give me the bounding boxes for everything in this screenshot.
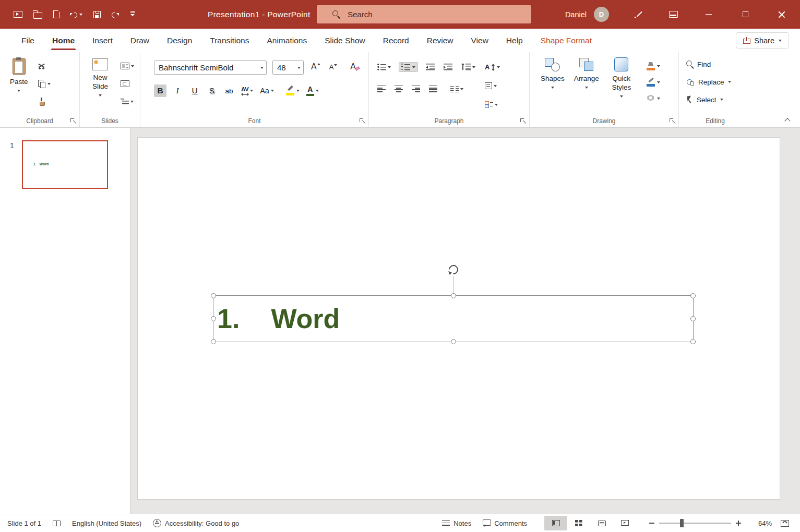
language-indicator[interactable]: English (United States) <box>72 519 141 527</box>
increase-indent-button[interactable] <box>443 62 453 72</box>
font-name-dropdown[interactable] <box>257 61 266 74</box>
accessibility-status[interactable]: Accessibility: Good to go <box>153 519 239 527</box>
resize-handle-bottom-left[interactable] <box>211 339 216 344</box>
shapes-button[interactable]: Shapes <box>537 53 568 104</box>
reading-view-button[interactable] <box>590 516 613 530</box>
bold-button[interactable]: B <box>154 84 166 97</box>
clear-formatting-button[interactable]: A <box>349 62 361 74</box>
replace-button[interactable]: Replace <box>686 76 751 88</box>
avatar[interactable]: D <box>594 7 609 22</box>
font-size-input[interactable] <box>273 63 294 72</box>
zoom-slider[interactable] <box>659 516 731 530</box>
slide[interactable]: 1. Word <box>137 137 780 500</box>
text-direction-button[interactable]: A <box>484 62 501 72</box>
text-highlight-color-button[interactable] <box>285 86 301 96</box>
start-slideshow-button[interactable] <box>14 7 22 22</box>
numbering-button[interactable] <box>399 62 418 72</box>
tab-record[interactable]: Record <box>374 29 418 52</box>
quick-styles-button[interactable]: Quick Styles <box>605 53 638 104</box>
shape-effects-button[interactable] <box>646 93 661 104</box>
font-name-combobox[interactable] <box>154 61 267 75</box>
share-button[interactable]: Share <box>736 32 789 49</box>
resize-handle-middle-left[interactable] <box>211 316 216 321</box>
arrange-dropdown-chevron-icon[interactable] <box>585 87 588 89</box>
save-button[interactable] <box>93 7 101 22</box>
convert-to-smartart-button[interactable] <box>484 99 501 110</box>
tab-shape-format[interactable]: Shape Format <box>532 29 601 52</box>
resize-handle-top-right[interactable] <box>690 293 696 298</box>
shape-fill-button[interactable] <box>646 61 661 71</box>
tab-view[interactable]: View <box>462 29 497 52</box>
font-color-button[interactable]: A <box>305 86 320 96</box>
resize-handle-top-middle[interactable] <box>451 293 456 298</box>
font-size-dropdown[interactable] <box>294 61 303 74</box>
find-button[interactable]: Find <box>686 58 751 70</box>
underline-button[interactable]: U <box>188 84 201 97</box>
character-spacing-button[interactable]: AV <box>240 86 254 96</box>
line-spacing-button[interactable] <box>460 62 476 72</box>
shapes-dropdown-chevron-icon[interactable] <box>551 87 554 89</box>
slide-sorter-view-button[interactable] <box>567 516 590 530</box>
format-painter-button[interactable] <box>37 96 52 107</box>
zoom-in-button[interactable] <box>731 516 746 530</box>
normal-view-button[interactable] <box>544 516 567 530</box>
resize-handle-top-left[interactable] <box>211 293 216 298</box>
slide-layout-button[interactable] <box>120 61 135 71</box>
align-left-button[interactable] <box>376 83 387 94</box>
undo-dropdown-chevron-icon[interactable] <box>79 14 82 16</box>
tab-insert[interactable]: Insert <box>83 29 122 52</box>
ink-pen-button[interactable] <box>622 0 656 29</box>
zoom-slider-track[interactable] <box>659 523 731 524</box>
strikethrough-button[interactable]: ab <box>223 84 235 97</box>
tab-transitions[interactable]: Transitions <box>201 29 258 52</box>
font-name-input[interactable] <box>154 63 257 72</box>
paste-dropdown-chevron-icon[interactable] <box>17 90 20 92</box>
arrange-button[interactable]: Arrange <box>570 53 603 104</box>
reset-slide-button[interactable] <box>120 78 135 89</box>
tab-slide-show[interactable]: Slide Show <box>316 29 374 52</box>
notes-button[interactable]: Notes <box>436 516 477 530</box>
drawing-dialog-launcher[interactable] <box>669 118 675 124</box>
minimize-button[interactable] <box>690 0 727 29</box>
cut-button[interactable] <box>37 61 52 71</box>
fit-slide-to-window-button[interactable] <box>776 516 794 530</box>
new-slide-dropdown-chevron-icon[interactable] <box>99 94 102 96</box>
rotate-handle[interactable] <box>448 264 459 275</box>
paragraph-dialog-launcher[interactable] <box>520 118 526 124</box>
tab-animations[interactable]: Animations <box>258 29 316 52</box>
close-button[interactable] <box>763 0 800 29</box>
comments-button[interactable]: Comments <box>477 516 533 530</box>
open-button[interactable] <box>33 7 42 22</box>
italic-button[interactable]: I <box>171 84 184 97</box>
search-input[interactable] <box>348 10 531 19</box>
resize-handle-bottom-right[interactable] <box>690 339 696 344</box>
quick-styles-dropdown-chevron-icon[interactable] <box>620 95 623 98</box>
collapse-ribbon-button[interactable] <box>781 115 794 125</box>
spell-check-icon[interactable] <box>53 521 61 526</box>
redo-button[interactable] <box>112 7 118 22</box>
section-button[interactable] <box>120 96 135 107</box>
customize-qat-button[interactable] <box>129 7 136 22</box>
align-center-button[interactable] <box>393 83 404 94</box>
undo-button[interactable] <box>70 7 82 22</box>
clipboard-dialog-launcher[interactable] <box>70 118 76 124</box>
text-shadow-button[interactable]: S <box>206 84 218 97</box>
new-slide-button[interactable]: New Slide <box>84 54 116 107</box>
justify-button[interactable] <box>428 83 438 94</box>
slide-thumbnail[interactable]: 1. Word <box>22 140 108 189</box>
slide-text[interactable]: 1. Word <box>217 296 340 342</box>
resize-handle-bottom-middle[interactable] <box>451 339 456 344</box>
decrease-font-size-button[interactable]: A <box>328 62 339 74</box>
tab-draw[interactable]: Draw <box>122 29 158 52</box>
zoom-out-button[interactable] <box>644 516 659 530</box>
numbering-dropdown-chevron-icon[interactable] <box>412 66 415 68</box>
maximize-button[interactable] <box>727 0 763 29</box>
tab-review[interactable]: Review <box>418 29 462 52</box>
user-name[interactable]: Daniel <box>565 10 587 19</box>
decrease-indent-button[interactable] <box>425 62 436 72</box>
slide-indicator[interactable]: Slide 1 of 1 <box>7 519 41 527</box>
change-case-button[interactable]: Aa <box>259 86 275 96</box>
tab-design[interactable]: Design <box>158 29 201 52</box>
resize-handle-middle-right[interactable] <box>690 316 696 321</box>
increase-font-size-button[interactable]: A <box>309 62 322 74</box>
